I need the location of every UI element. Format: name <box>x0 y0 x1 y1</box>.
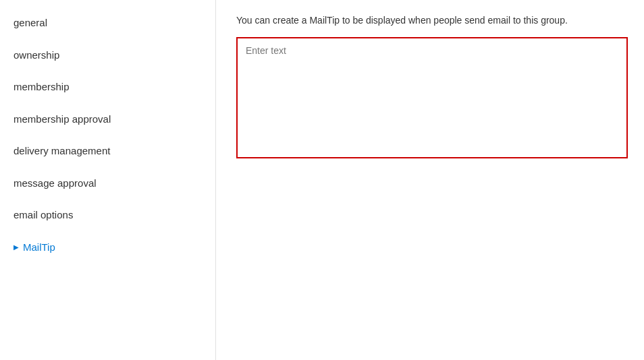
sidebar-item-email-options[interactable]: email options <box>0 199 215 231</box>
sidebar-item-label-mailtip: MailTip <box>23 241 55 254</box>
sidebar-item-label-message-approval: message approval <box>14 177 97 190</box>
sidebar-item-label-ownership: ownership <box>14 49 59 62</box>
sidebar-item-label-email-options: email options <box>14 208 73 222</box>
sidebar-item-mailtip[interactable]: MailTip <box>0 231 215 264</box>
sidebar-item-label-membership-approval: membership approval <box>14 113 111 126</box>
sidebar-item-ownership[interactable]: ownership <box>0 39 215 71</box>
sidebar: general ownership membership membership … <box>0 0 216 360</box>
sidebar-item-message-approval[interactable]: message approval <box>0 167 215 200</box>
sidebar-item-label-general: general <box>14 16 47 30</box>
mailtip-description: You can create a MailTip to be displayed… <box>236 13 628 28</box>
mailtip-textarea[interactable] <box>236 37 628 158</box>
sidebar-item-label-membership: membership <box>14 80 70 94</box>
sidebar-item-general[interactable]: general <box>0 7 215 39</box>
sidebar-item-delivery-management[interactable]: delivery management <box>0 135 215 167</box>
sidebar-item-membership[interactable]: membership <box>0 71 215 103</box>
sidebar-item-membership-approval[interactable]: membership approval <box>0 103 215 136</box>
main-content: You can create a MailTip to be displayed… <box>216 0 644 360</box>
sidebar-item-label-delivery-management: delivery management <box>14 144 110 158</box>
